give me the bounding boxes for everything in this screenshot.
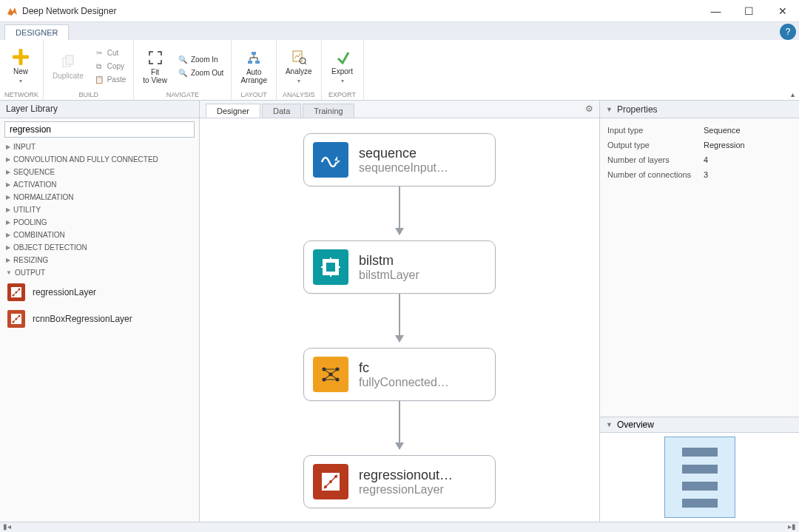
category-sequence[interactable]: ▶SEQUENCE [0,166,199,178]
help-button[interactable]: ? [780,24,796,40]
svg-point-8 [13,294,15,297]
cut-button: ✂Cut [91,47,129,59]
zoom-out-icon: 🔍 [178,68,188,78]
category-pooling[interactable]: ▶POOLING [0,216,199,229]
category-normalization[interactable]: ▶NORMALIZATION [0,191,199,203]
svg-point-13 [18,315,21,317]
node-icon [313,142,348,178]
title-bar: Deep Network Designer — ☐ ✕ [0,0,799,22]
chevron-icon: ▶ [6,219,10,226]
chevron-down-icon[interactable]: ▼ [606,106,613,113]
svg-point-24 [324,485,327,488]
property-key: Number of connections [607,170,704,179]
category-input[interactable]: ▶INPUT [0,141,199,153]
svg-rect-3 [248,61,252,64]
analyze-button[interactable]: Analyze ▾ [281,47,317,87]
chevron-down-icon[interactable]: ▼ [606,421,613,428]
connection-arrow[interactable] [399,401,400,449]
group-label-export: EXPORT [326,91,359,100]
svg-point-26 [334,475,337,478]
export-button[interactable]: Export ▾ [326,47,359,87]
layer-library-panel: Layer Library ▶INPUT▶CONVOLUTION AND FUL… [0,101,200,522]
node-fc[interactable]: fcfullyConnected… [303,348,496,401]
layer-item-regressionLayer[interactable]: regressionLayer [0,279,199,306]
gear-icon[interactable]: ⚙ [585,104,593,114]
connection-arrow[interactable] [399,294,400,342]
svg-point-9 [18,289,21,291]
zoom-out-button[interactable]: 🔍Zoom Out [175,67,226,79]
node-title: sequence [359,146,448,161]
node-title: regressionout… [359,468,453,483]
chevron-icon: ▶ [6,156,10,163]
node-icon [313,249,348,285]
design-canvas[interactable]: sequencesequenceInput…bilstmbilstmLayerf… [200,118,599,522]
fit-to-view-button[interactable]: Fit to View [138,47,172,86]
overview-title: Overview [617,420,654,430]
node-bilstm[interactable]: bilstmbilstmLayer [303,240,496,294]
svg-point-10 [16,292,18,294]
paste-button: 📋Paste [91,74,129,86]
connection-arrow[interactable] [399,186,400,235]
tab-training[interactable]: Training [303,104,354,118]
maximize-button[interactable]: ☐ [732,0,766,22]
chevron-icon: ▶ [6,144,10,150]
ribbon-tab-row: DESIGNER ? [0,22,799,40]
group-label-navigate: NAVIGATE [138,91,226,100]
chevron-icon: ▼ [6,269,12,276]
node-title: bilstm [359,253,419,269]
property-row: Number of connections3 [607,167,792,182]
zoom-in-button[interactable]: 🔍Zoom In [175,54,226,66]
property-row: Number of layers4 [607,152,792,167]
window-title: Deep Network Designer [22,6,699,16]
layer-icon [7,283,25,301]
chevron-icon: ▶ [6,181,10,188]
overview-minimap[interactable] [600,433,799,522]
scroll-left-icon[interactable]: ▮◂ [3,522,11,532]
tab-data[interactable]: Data [262,104,301,118]
new-button[interactable]: New ▾ [4,47,37,87]
property-value: Regression [704,141,745,149]
tab-designer[interactable]: Designer [206,104,260,118]
minimize-button[interactable]: — [699,0,732,22]
new-icon [12,48,30,66]
group-label-build: BUILD [48,91,129,100]
layer-icon [7,310,25,328]
svg-point-25 [329,480,332,483]
category-resizing[interactable]: ▶RESIZING [0,254,199,266]
category-convolution-and-fully-connected[interactable]: ▶CONVOLUTION AND FULLY CONNECTED [0,153,199,166]
property-value: 4 [704,155,708,164]
collapse-ribbon-icon[interactable]: ▴ [791,90,795,98]
layer-item-rcnnBoxRegressionLayer[interactable]: rcnnBoxRegressionLayer [0,306,199,332]
copy-icon: ⧉ [94,61,104,72]
property-row: Input typeSequence [607,123,792,138]
category-utility[interactable]: ▶UTILITY [0,203,199,216]
category-object-detection[interactable]: ▶OBJECT DETECTION [0,241,199,254]
svg-rect-2 [252,52,256,55]
category-output[interactable]: ▼OUTPUT [0,266,199,279]
node-subtitle: regressionLayer [359,483,453,496]
close-button[interactable]: ✕ [766,0,799,22]
svg-rect-4 [255,61,260,64]
category-activation[interactable]: ▶ACTIVATION [0,178,199,191]
node-regressionout[interactable]: regressionout…regressionLayer [303,455,496,508]
layer-search-input[interactable] [4,121,195,138]
scroll-right-icon[interactable]: ▸▮ [788,522,796,532]
auto-arrange-button[interactable]: Auto Arrange [236,47,272,86]
svg-point-6 [300,58,306,64]
group-label-layout: LAYOUT [236,91,272,100]
layer-library-title: Layer Library [0,101,199,118]
ribbon-tab-designer[interactable]: DESIGNER [4,24,69,40]
duplicate-icon [59,53,77,70]
chevron-icon: ▶ [6,244,10,251]
node-subtitle: fullyConnected… [359,376,449,389]
group-label-network: NETWORK [4,91,38,100]
matlab-logo-icon [6,5,18,17]
node-subtitle: bilstmLayer [359,269,419,282]
node-sequence[interactable]: sequencesequenceInput… [303,133,496,186]
category-combination[interactable]: ▶COMBINATION [0,229,199,241]
properties-title: Properties [617,104,658,115]
group-label-analysis: ANALYSIS [281,91,317,100]
chevron-icon: ▶ [6,169,10,175]
node-subtitle: sequenceInput… [359,161,448,175]
svg-point-12 [13,321,15,323]
